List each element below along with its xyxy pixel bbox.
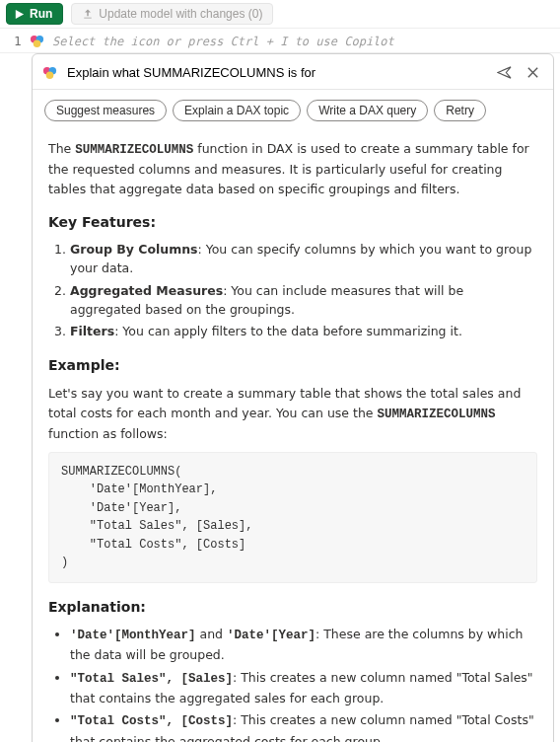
svg-point-3 xyxy=(34,40,41,48)
run-label: Run xyxy=(30,7,52,21)
list-item: "Total Sales", [Sales]: This creates a n… xyxy=(70,668,537,708)
chip-suggest-measures[interactable]: Suggest measures xyxy=(44,100,167,121)
editor-placeholder[interactable]: Select the icon or press Ctrl + I to use… xyxy=(52,35,394,48)
send-button[interactable] xyxy=(494,62,515,83)
intro-paragraph: The SUMMARIZECOLUMNS function in DAX is … xyxy=(48,139,537,198)
svg-point-6 xyxy=(46,72,54,80)
copilot-input[interactable] xyxy=(65,64,486,81)
copilot-icon[interactable] xyxy=(30,34,44,48)
editor-row: 1 Select the icon or press Ctrl + I to u… xyxy=(0,28,560,53)
response-content: The SUMMARIZECOLUMNS function in DAX is … xyxy=(33,125,553,742)
list-item: Filters: You can apply filters to the da… xyxy=(70,322,537,340)
upload-icon xyxy=(82,8,94,20)
list-item: Aggregated Measures: You can include mea… xyxy=(70,281,537,320)
code-block: SUMMARIZECOLUMNS( 'Date'[MonthYear], 'Da… xyxy=(48,452,537,584)
svg-marker-0 xyxy=(16,9,24,18)
copilot-panel: Suggest measures Explain a DAX topic Wri… xyxy=(32,53,554,742)
key-features-heading: Key Features: xyxy=(48,212,537,234)
list-item: 'Date'[MonthYear] and 'Date'[Year]: Thes… xyxy=(70,625,537,665)
panel-header xyxy=(33,54,553,90)
play-icon xyxy=(14,9,25,20)
list-item: "Total Costs", [Costs]: This creates a n… xyxy=(70,710,537,742)
explanation-list: 'Date'[MonthYear] and 'Date'[Year]: Thes… xyxy=(48,625,537,742)
list-item: Group By Columns: You can specify column… xyxy=(70,240,537,278)
update-label: Update model with changes (0) xyxy=(99,7,262,21)
suggestion-chips: Suggest measures Explain a DAX topic Wri… xyxy=(33,90,553,125)
chip-explain-dax-topic[interactable]: Explain a DAX topic xyxy=(173,100,301,121)
close-button[interactable] xyxy=(523,62,543,83)
send-icon xyxy=(497,65,512,80)
example-intro: Let's say you want to create a summary t… xyxy=(48,384,537,443)
run-button[interactable]: Run xyxy=(6,3,63,25)
copilot-icon xyxy=(42,65,57,80)
update-model-button: Update model with changes (0) xyxy=(71,3,273,25)
example-heading: Example: xyxy=(48,355,537,377)
close-icon xyxy=(525,65,540,80)
key-features-list: Group By Columns: You can specify column… xyxy=(48,240,537,341)
chip-retry[interactable]: Retry xyxy=(434,100,486,121)
chip-write-dax-query[interactable]: Write a DAX query xyxy=(307,100,428,121)
line-number: 1 xyxy=(12,35,22,48)
explanation-heading: Explanation: xyxy=(48,597,537,619)
